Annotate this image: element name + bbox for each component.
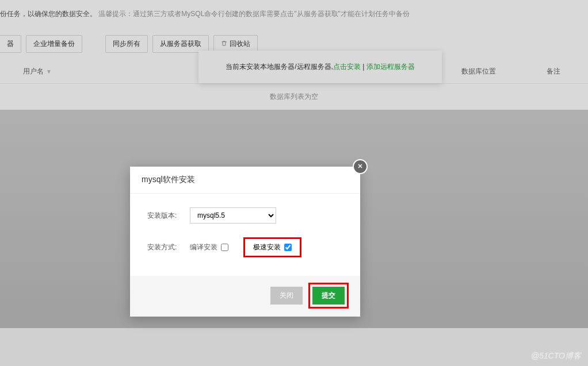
close-icon <box>357 163 364 171</box>
compile-install-checkbox[interactable] <box>221 244 228 251</box>
modal-body: 安装版本: mysql5.5 安装方式: 编译安装 极速安装 <box>130 194 360 276</box>
method-row: 安装方式: 编译安装 极速安装 <box>147 237 349 257</box>
compile-install-group[interactable]: 编译安装 <box>190 242 228 252</box>
fast-install-checkbox[interactable] <box>284 244 292 251</box>
fast-install-highlight: 极速安装 <box>243 237 301 257</box>
modal-footer: 关闭 提交 <box>130 276 360 317</box>
fast-install-label[interactable]: 极速安装 <box>253 242 281 252</box>
mysql-install-modal: mysql软件安装 安装版本: mysql5.5 安装方式: 编译安装 极速安装… <box>130 167 360 317</box>
method-label: 安装方式: <box>147 242 190 252</box>
submit-highlight: 提交 <box>308 283 349 309</box>
close-button[interactable] <box>353 159 368 174</box>
cancel-button[interactable]: 关闭 <box>270 287 303 305</box>
compile-install-label[interactable]: 编译安装 <box>190 242 217 252</box>
modal-title: mysql软件安装 <box>130 167 360 194</box>
version-select[interactable]: mysql5.5 <box>190 207 276 224</box>
version-row: 安装版本: mysql5.5 <box>147 207 349 224</box>
version-label: 安装版本: <box>147 211 190 221</box>
submit-button[interactable]: 提交 <box>312 287 345 305</box>
watermark: @51CTO博客 <box>531 351 581 361</box>
